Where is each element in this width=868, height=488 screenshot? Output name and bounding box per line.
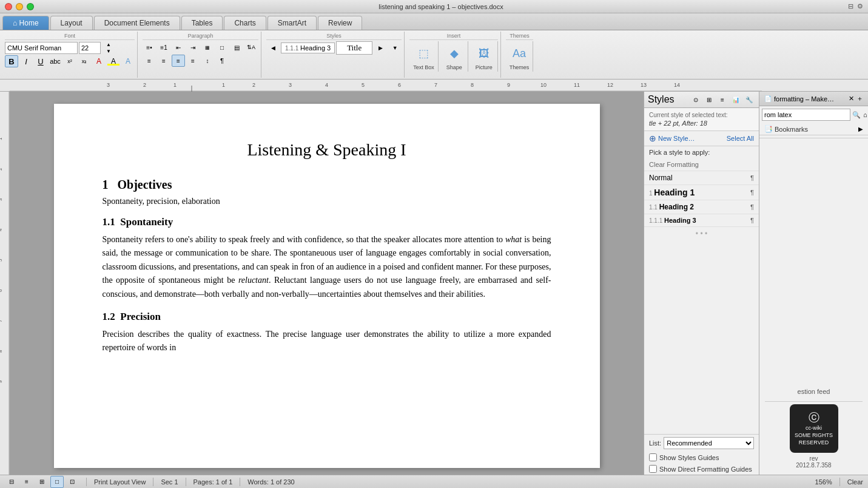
style-clear-formatting[interactable]: Clear Formatting [644,158,759,171]
font-size-input[interactable] [79,42,101,54]
far-right-add-btn[interactable]: ＋ [856,94,863,103]
section-1-heading: 1 Objectives [103,178,551,192]
para-marks-btn[interactable]: ¶ [215,55,229,67]
formatting-view-btn4[interactable]: 📊 [730,94,742,105]
formatting-view-btn3[interactable]: ≡ [716,94,728,105]
close-button[interactable] [5,3,12,10]
show-styles-guides-checkbox[interactable] [649,453,657,461]
maximize-button[interactable] [27,3,34,10]
view-btn4[interactable]: □ [50,476,64,488]
align-center-btn[interactable]: ≡ [157,55,170,67]
menu-bar: ⌂ Home Layout Document Elements Tables C… [0,13,868,30]
line-spacing-btn[interactable]: ↕ [201,55,214,67]
window-controls [5,3,34,10]
align-justify-btn[interactable]: ≡ [172,55,185,67]
outdent-btn[interactable]: ⇤ [172,41,185,53]
insert-picture-btn[interactable]: 🖼 Picture [471,41,498,72]
divider [759,138,868,138]
bold-btn[interactable]: B [5,55,18,67]
styles-title-box[interactable]: Title [336,41,372,55]
view-label-item: Print Layout View [94,478,146,486]
main-area: 1 2 3 4 5 6 7 8 9 Listening & Speaking I… [0,92,868,475]
styles-next-btn[interactable]: ▶ [374,42,387,54]
tab-tables[interactable]: Tables [181,16,223,30]
list-type-btn[interactable]: ▦ [201,41,214,53]
subscript-btn[interactable]: x₂ [78,55,91,67]
view-btn2[interactable]: ≡ [20,476,33,488]
style-normal[interactable]: Normal ¶ [644,171,759,185]
bookmarks-toggle-btn[interactable]: ▶ [858,126,863,132]
styles-more-btn[interactable]: ▼ [388,42,402,54]
search-input[interactable] [762,109,850,121]
formatting-view-btn1[interactable]: ⊙ [690,94,702,105]
svg-text:8: 8 [0,350,3,353]
bullet-list-btn[interactable]: ≡• [143,41,156,53]
tab-layout[interactable]: Layout [50,16,93,30]
settings-icon[interactable]: ⚙ [857,2,863,10]
italic-btn[interactable]: I [19,55,33,67]
new-style-button[interactable]: ⊕ New Style… [649,134,695,143]
font-size-up-btn[interactable]: ▲ [102,41,115,47]
text-effects-btn[interactable]: A [121,55,135,67]
list-select[interactable]: Recommended [664,437,754,449]
search-btn[interactable]: 🔍 [852,109,861,121]
insert-textbox-btn[interactable]: ⬚ Text Box [409,41,439,72]
show-direct-guides-label[interactable]: Show Direct Formatting Guides [659,466,752,473]
far-right-close-btn[interactable]: ✕ [849,95,854,103]
font-name-input[interactable] [5,42,78,54]
formatting-view-btn5[interactable]: 🔧 [743,94,755,105]
style-heading1[interactable]: 1 Heading 1 ¶ [644,185,759,200]
collapse-icon[interactable]: ⊟ [848,2,853,10]
shading-btn[interactable]: ▤ [230,41,243,53]
document-area[interactable]: Listening & Speaking I 1 Objectives Spon… [10,92,644,475]
select-all-button[interactable]: Select All [727,135,754,142]
view-btn1[interactable]: ⊟ [5,476,18,488]
view-btn3[interactable]: ⊞ [35,476,49,488]
zoom-value: 156% [815,478,832,486]
view-btn5[interactable]: ⊡ [66,476,79,488]
sort-btn[interactable]: ⇅A [244,41,258,53]
superscript-btn[interactable]: x² [63,55,76,67]
status-divider-4 [240,478,240,486]
tab-smartart[interactable]: SmartArt [267,16,317,30]
bookmarks-label: Bookmarks [775,126,808,133]
themes-btn[interactable]: Aa Themes [506,41,534,72]
svg-text:13: 13 [641,82,647,88]
tab-home[interactable]: ⌂ Home [2,16,49,30]
bookmarks-icon: 📑 [764,125,773,133]
toolbar-area: Font ▲ ▼ B I U abc x² x₂ A A A [0,30,868,80]
underline-btn[interactable]: U [34,55,47,67]
highlight-btn[interactable]: A [107,55,120,67]
numbered-list-btn[interactable]: ≡1 [157,41,170,53]
nav-back-btn[interactable]: ⌂ [863,109,868,121]
formatting-view-btn2[interactable]: ⊞ [703,94,715,105]
rev-value: 2012.8.7.358 [796,462,831,469]
svg-text:6: 6 [0,289,3,292]
show-styles-guides-label[interactable]: Show Styles Guides [659,454,719,461]
style-heading2[interactable]: 1.1 Heading 2 ¶ [644,200,759,214]
insert-shape-btn[interactable]: ◆ Shape [441,41,468,72]
show-direct-guides-checkbox[interactable] [649,465,657,473]
minimize-button[interactable] [16,3,23,10]
section-1-2-heading: 1.2 Precision [103,311,551,323]
styles-heading3-box[interactable]: 1.1.1 Heading 3 [281,42,335,53]
align-left-btn[interactable]: ≡ [143,55,156,67]
align-right-btn[interactable]: ≡ [186,55,200,67]
indent-btn[interactable]: ⇥ [186,41,200,53]
tab-document-elements[interactable]: Document Elements [94,16,180,30]
section-item: Sec 1 [161,478,178,486]
strikethrough-btn[interactable]: abc [49,55,62,67]
font-color-btn[interactable]: A [92,55,106,67]
status-divider-3 [186,478,186,486]
borders-btn[interactable]: □ [215,41,229,53]
far-right-panel: 📄 formatting – Make… ✕ ＋ 🔍 ⌂ ↗ 📑 Bookmar… [759,92,868,475]
pick-style-label: Pick a style to apply: [644,146,759,158]
bookmarks-bar: 📑 Bookmarks ▶ [759,123,868,135]
tab-review[interactable]: Review [318,16,362,30]
font-size-down-btn[interactable]: ▼ [102,48,115,54]
style-heading3[interactable]: 1.1.1 Heading 3 ¶ [644,214,759,227]
shape-icon: ◆ [445,42,464,64]
tab-charts[interactable]: Charts [224,16,266,30]
section-1-2-number: 1.2 [103,311,121,322]
styles-prev-btn[interactable]: ◀ [266,42,280,54]
